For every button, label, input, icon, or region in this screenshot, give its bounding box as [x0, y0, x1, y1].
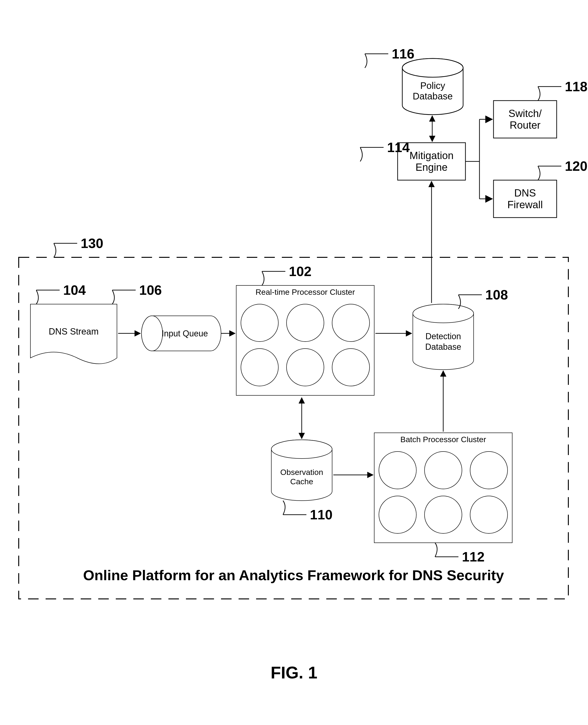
diagram-canvas: Online Platform for an Analytics Framewo… — [0, 0, 588, 725]
ref-callout-112 — [435, 543, 437, 557]
policy-db-cylinder: Policy Database — [402, 59, 463, 115]
svg-point-22 — [413, 304, 474, 323]
ref-callout-116 — [365, 54, 367, 68]
batch-cluster-label: Batch Processor Cluster — [400, 435, 486, 444]
ref-116: 116 — [392, 46, 415, 61]
ref-106: 106 — [139, 282, 162, 297]
ref-118: 118 — [565, 79, 588, 94]
input-queue-label: Input Queue — [162, 329, 208, 338]
realtime-cluster-label: Real-time Processor Cluster — [255, 288, 355, 296]
observation-cache-label-1: Observation — [280, 468, 323, 477]
svg-point-12 — [271, 440, 332, 458]
detection-db-cylinder: Detection Database — [413, 304, 474, 370]
switch-label-2: Router — [510, 119, 541, 131]
svg-point-26 — [402, 59, 463, 77]
policy-db-label-2: Database — [413, 91, 453, 101]
observation-cache-label-2: Cache — [290, 477, 313, 486]
ref-callout-110 — [283, 501, 285, 515]
ref-callout-106 — [112, 290, 114, 304]
switch-label-1: Switch/ — [508, 108, 542, 119]
ref-130: 130 — [81, 235, 103, 251]
mitigation-label-2: Engine — [415, 161, 447, 173]
policy-db-label-1: Policy — [420, 81, 445, 91]
dns-fw-label-2: Firewall — [507, 199, 543, 210]
figure-caption: FIG. 1 — [271, 663, 317, 682]
ref-112: 112 — [462, 549, 485, 564]
ref-callout-120 — [538, 166, 540, 180]
ref-114: 114 — [387, 140, 410, 155]
batch-cluster: Batch Processor Cluster — [374, 433, 512, 543]
dns-stream-doc: DNS Stream — [30, 304, 117, 364]
mitigation-label-1: Mitigation — [410, 150, 454, 161]
dns-stream-label: DNS Stream — [49, 327, 99, 336]
ref-callout-104 — [36, 290, 38, 304]
input-queue-cylinder: Input Queue — [142, 316, 221, 351]
platform-title: Online Platform for an Analytics Framewo… — [83, 567, 504, 583]
observation-cache-cylinder: Observation Cache — [271, 440, 332, 501]
ref-callout-102 — [262, 271, 264, 285]
ref-callout-114 — [360, 147, 362, 161]
detection-db-label-2: Database — [425, 342, 461, 352]
ref-110: 110 — [310, 507, 333, 522]
realtime-cluster: Real-time Processor Cluster — [236, 285, 374, 395]
svg-rect-4 — [236, 285, 374, 395]
dns-firewall-box: DNS Firewall — [493, 180, 556, 218]
arrow-mitigation-branch — [465, 119, 492, 199]
dns-fw-label-1: DNS — [514, 187, 536, 199]
ref-callout-118 — [538, 87, 540, 101]
ref-104: 104 — [63, 282, 86, 297]
switch-router-box: Switch/ Router — [493, 101, 556, 138]
ref-108: 108 — [485, 287, 508, 302]
svg-rect-14 — [374, 433, 512, 543]
ref-callout-130 — [54, 243, 56, 257]
ref-120: 120 — [565, 158, 588, 173]
ref-102: 102 — [289, 264, 312, 279]
detection-db-label-1: Detection — [425, 332, 461, 341]
svg-point-2 — [142, 316, 163, 351]
